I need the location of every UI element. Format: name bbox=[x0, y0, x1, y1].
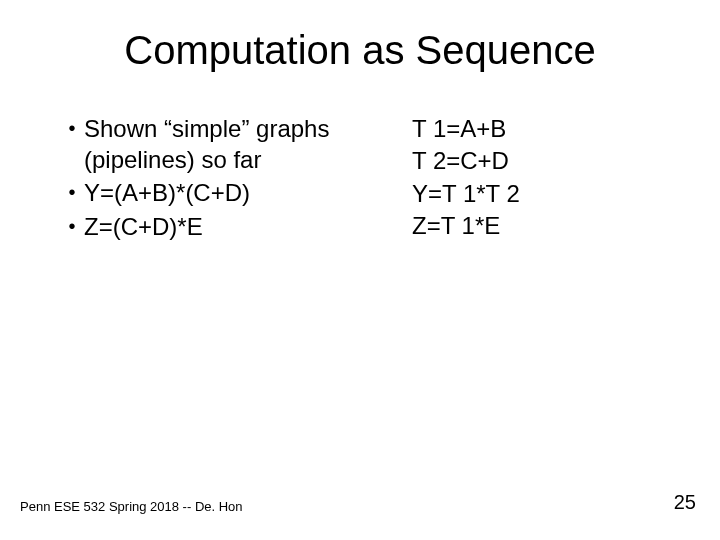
page-number: 25 bbox=[674, 491, 696, 514]
content-area: • Shown “simple” graphs (pipelines) so f… bbox=[0, 113, 720, 244]
list-item: • Y=(A+B)*(C+D) bbox=[60, 177, 352, 208]
equation-line: Y=T 1*T 2 bbox=[412, 178, 660, 210]
equation-line: Z=T 1*E bbox=[412, 210, 660, 242]
list-item: • Shown “simple” graphs (pipelines) so f… bbox=[60, 113, 352, 175]
list-item: • Z=(C+D)*E bbox=[60, 211, 352, 242]
footer-text: Penn ESE 532 Spring 2018 -- De. Hon bbox=[20, 499, 243, 514]
bullet-text: Shown “simple” graphs (pipelines) so far bbox=[84, 113, 352, 175]
slide-title: Computation as Sequence bbox=[0, 0, 720, 113]
equation-line: T 2=C+D bbox=[412, 145, 660, 177]
bullet-icon: • bbox=[60, 211, 84, 241]
bullet-icon: • bbox=[60, 177, 84, 207]
bullet-list: • Shown “simple” graphs (pipelines) so f… bbox=[60, 113, 372, 244]
equations-list: T 1=A+B T 2=C+D Y=T 1*T 2 Z=T 1*E bbox=[372, 113, 660, 244]
equation-line: T 1=A+B bbox=[412, 113, 660, 145]
bullet-text: Z=(C+D)*E bbox=[84, 211, 352, 242]
bullet-icon: • bbox=[60, 113, 84, 143]
bullet-text: Y=(A+B)*(C+D) bbox=[84, 177, 352, 208]
